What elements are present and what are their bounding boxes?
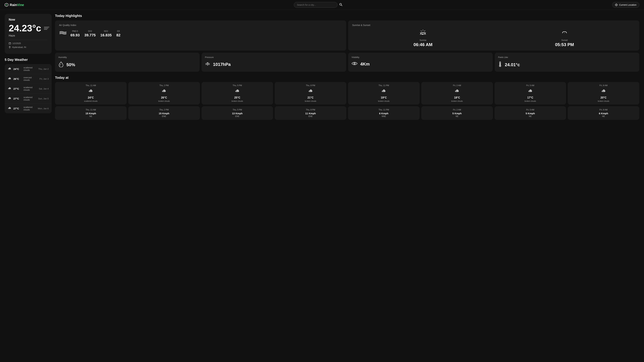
cloud-icon [130, 88, 198, 94]
weather-time-card: Fri, 5 AM 17°C broken clouds [494, 82, 566, 105]
svg-rect-64 [382, 91, 384, 92]
weather-time-card: Thu, 5 PM 25°C broken clouds [202, 82, 273, 105]
now-card: Now 24.23°c Haze 1/2/2025 [5, 14, 52, 54]
sunrise-content: Sunrise 06:46 AM Sunset [352, 29, 635, 47]
feels-like-card: Feels Like 24.01°c [495, 53, 639, 72]
pressure-content: 1017hPa [205, 61, 343, 68]
cloud-icon [57, 88, 125, 94]
cloud-icon [8, 106, 12, 111]
list-item: 27°C scattered clouds Sat, Jan 4 [5, 84, 52, 94]
highlights-top-grid: Air Quality Index PM2.5 69.93 [55, 20, 639, 51]
logo-icon: R [5, 3, 8, 7]
svg-point-45 [354, 63, 355, 64]
aqi-title: Air Quality Index [59, 24, 342, 26]
weather-time-card: Thu, 2 PM 26°C broken clouds [128, 82, 200, 105]
so2-metric: SO2 39.775 [84, 30, 96, 37]
right-panel: Today Highlights Air Quality Index [55, 14, 639, 120]
svg-point-5 [616, 4, 617, 5]
search-input[interactable] [294, 2, 338, 8]
cloud-icon [496, 88, 564, 94]
date-row: 1/2/2025 [9, 42, 48, 44]
five-day-list: 24°C scattered clouds Thu, Jan 2 26°C ov… [5, 64, 52, 113]
visibility-icon [352, 61, 358, 67]
cloud-icon [8, 77, 12, 81]
aqi-card: Air Quality Index PM2.5 69.93 [55, 20, 346, 51]
pm25-metric: PM2.5 69.93 [70, 30, 80, 37]
svg-rect-48 [500, 62, 500, 65]
o3-metric: O3 82 [116, 30, 120, 37]
svg-point-37 [564, 33, 565, 33]
weather-time-card: Thu, 11 PM 19°C broken clouds [348, 82, 420, 105]
main-layout: Now 24.23°c Haze 1/2/2025 [0, 10, 644, 124]
wind-icon [59, 29, 66, 38]
pressure-icon [205, 61, 210, 68]
feels-like-content: 24.01°c [498, 61, 636, 68]
left-panel: Now 24.23°c Haze 1/2/2025 [5, 14, 52, 120]
search-icon [339, 3, 342, 6]
wind-time-card: Fri, 5 AM 5 Kmph NE [494, 106, 566, 120]
location-icon [615, 3, 618, 6]
location-row: Hyderabad, IN [9, 46, 48, 48]
cloud-icon [8, 67, 12, 71]
list-item: 26°C overcast clouds Fri, Jan 3 [5, 74, 52, 84]
cloud-icon [569, 88, 638, 94]
sunset-item: Sunset 05:53 PM [555, 29, 574, 47]
haze-icon [44, 27, 49, 30]
humidity-card: Humidity 50% [55, 53, 200, 72]
weather-time-card: Fri, 2 AM 18°C broken clouds [421, 82, 493, 105]
list-item: 27°C scattered clouds Sun, Jan 5 [5, 94, 52, 104]
svg-line-3 [341, 5, 342, 6]
svg-rect-52 [89, 91, 91, 92]
logo: R RainVine [5, 3, 24, 7]
cloud-icon [350, 88, 418, 94]
svg-rect-26 [8, 98, 10, 99]
highlights-title: Today Highlights [55, 14, 639, 18]
svg-rect-70 [528, 91, 530, 92]
wind-time-card: Thu, 5 PM 13 Kmph ENE [202, 106, 273, 120]
five-day-section: 5 Day Weather 24°C scattered clouds Thu,… [5, 58, 52, 113]
logo-text: RainVine [10, 3, 24, 7]
current-location-button[interactable]: Current Location [612, 2, 639, 8]
wind-time-card: Thu, 11 AM 15 Kmph NE [55, 106, 126, 120]
svg-point-49 [500, 65, 500, 66]
wind-time-card: Fri, 2 AM 5 Kmph NE [421, 106, 493, 120]
highlights-bottom-grid: Humidity 50% Pressure [55, 53, 639, 72]
now-label: Now [9, 18, 48, 21]
svg-rect-61 [308, 91, 310, 92]
weather-time-card: Fri, 8 AM 20°C broken clouds [568, 82, 639, 105]
humidity-content: 50% [58, 61, 196, 68]
header: R RainVine Current Location [0, 0, 644, 10]
svg-line-33 [421, 31, 422, 31]
cloud-icon [423, 88, 491, 94]
temperature: 24.23°c [9, 23, 41, 33]
no2-metric: NO2 16.835 [100, 30, 112, 37]
sun-title: Sunrise & Sunset [352, 24, 635, 26]
weather-time-grid: Thu, 11 AM 24°C scattered clouds Thu, 2 … [55, 82, 639, 105]
cloud-icon [8, 86, 12, 91]
wind-time-card: Thu, 11 PM 6 Kmph NNE [348, 106, 420, 120]
aqi-content: PM2.5 69.93 SO2 39.775 NO2 16.835 O3 [59, 29, 342, 38]
weather-time-card: Thu, 11 AM 24°C scattered clouds [55, 82, 126, 105]
wind-time-grid: Thu, 11 AM 15 Kmph NE Thu, 2 PM 15 Kmph … [55, 106, 639, 120]
svg-text:R: R [6, 4, 7, 6]
temp-row: 24.23°c [9, 23, 48, 33]
svg-rect-73 [602, 91, 604, 92]
pin-icon [9, 46, 11, 48]
list-item: 27°C scattered clouds Mon, Jan 6 [5, 104, 52, 113]
wind-time-card: Thu, 8 PM 11 Kmph ENE [275, 106, 346, 120]
search-button[interactable] [339, 3, 342, 7]
humidity-icon [58, 61, 64, 68]
svg-line-34 [424, 31, 425, 31]
svg-rect-55 [162, 91, 164, 92]
svg-point-14 [10, 46, 10, 47]
cloud-icon [203, 88, 272, 94]
condition-text: Haze [9, 34, 48, 37]
svg-rect-23 [8, 88, 10, 89]
svg-rect-67 [455, 91, 457, 92]
wind-time-card: Thu, 2 PM 15 Kmph ENE [128, 106, 200, 120]
visibility-card: Visibility 4Km [348, 53, 493, 72]
aqi-metrics: PM2.5 69.93 SO2 39.775 NO2 16.835 O3 [70, 30, 120, 37]
today-at-title: Today at [55, 76, 639, 80]
svg-rect-58 [235, 91, 237, 92]
calendar-icon [9, 42, 11, 44]
